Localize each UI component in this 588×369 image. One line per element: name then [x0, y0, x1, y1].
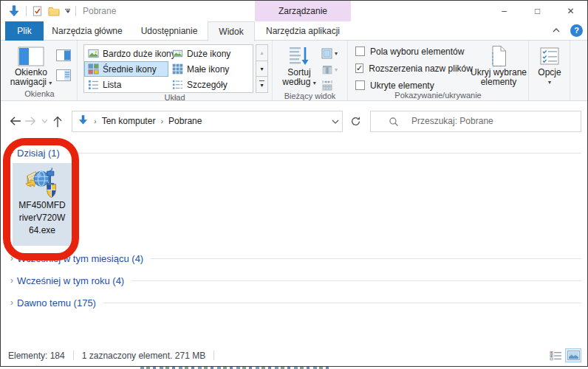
- group-label-options: [529, 89, 570, 100]
- window-controls: – □ ✕: [488, 1, 587, 21]
- forward-icon[interactable]: [23, 111, 39, 131]
- group-label-current-view: Bieżący widok: [273, 92, 347, 101]
- checkbox-checked[interactable]: ✓: [355, 63, 363, 73]
- sort-by-button[interactable]: Sortuj według ▾: [280, 44, 318, 88]
- details-pane-icon[interactable]: [55, 69, 72, 82]
- navigation-pane-button[interactable]: Okienko nawigacji ▾: [10, 44, 52, 88]
- size-all-columns-icon[interactable]: [321, 80, 338, 92]
- file-name-line: 64.exe: [13, 224, 72, 237]
- checkbox-item-hidden-items[interactable]: Ukryte elementy: [355, 80, 469, 91]
- group-header-earlier-this-year[interactable]: › Wcześniej w tym roku (4): [7, 275, 581, 286]
- layout-option-extra-large-icons[interactable]: Bardzo duże ikony: [84, 46, 168, 61]
- options-button[interactable]: Opcje ▾: [532, 44, 567, 87]
- gallery-scroll-up-icon[interactable]: ▴: [256, 44, 268, 61]
- customize-qat-caret-icon[interactable]: [65, 9, 70, 13]
- group-collapsed-chevron-icon[interactable]: ›: [7, 297, 17, 308]
- extra-large-icons-icon: [88, 48, 99, 59]
- details-view-icon: [172, 79, 183, 90]
- group-rule: [131, 280, 581, 281]
- group-header-earlier-this-month[interactable]: › Wcześniej w tym miesiącu (4): [7, 252, 581, 264]
- up-icon[interactable]: [49, 111, 66, 131]
- navigation-pane-icon: [18, 44, 44, 68]
- breadcrumb-downloads[interactable]: Pobrane: [168, 116, 202, 126]
- group-expanded-chevron-icon[interactable]: ›: [7, 148, 17, 158]
- address-toolbar: › Ten komputer › Pobrane: [1, 101, 587, 138]
- group-collapsed-chevron-icon[interactable]: ›: [7, 275, 17, 286]
- close-button[interactable]: ✕: [554, 1, 587, 21]
- items-count: Elementy: 184: [8, 351, 65, 361]
- gallery-scroll-down-icon[interactable]: ▾: [256, 61, 268, 77]
- tab-application-tools[interactable]: Narzędzia aplikacji: [255, 21, 351, 41]
- breadcrumb-this-pc[interactable]: Ten komputer: [102, 116, 156, 126]
- address-bar[interactable]: › Ten komputer › Pobrane: [72, 111, 343, 132]
- gallery-more-icon[interactable]: ▾: [256, 77, 268, 93]
- options-icon: [540, 44, 559, 68]
- layout-option-large-icons[interactable]: Duże ikony: [168, 46, 253, 61]
- tab-home[interactable]: Narzędzia główne: [44, 21, 131, 41]
- group-header-long-ago[interactable]: › Dawno temu (175): [7, 297, 581, 308]
- maximize-button[interactable]: □: [521, 1, 554, 21]
- sort-by-icon: [288, 44, 310, 68]
- group-collapsed-chevron-icon[interactable]: ›: [7, 253, 17, 263]
- search-input[interactable]: [411, 111, 574, 131]
- qat-separator: [26, 6, 27, 16]
- properties-icon[interactable]: [32, 5, 43, 17]
- group-rule: [103, 303, 581, 303]
- minimize-button[interactable]: –: [488, 1, 521, 21]
- collapse-ribbon-icon[interactable]: [549, 23, 564, 38]
- downloads-folder-icon: [78, 114, 89, 128]
- group-rule: [67, 153, 581, 154]
- back-icon[interactable]: [7, 111, 23, 131]
- quick-access-toolbar: Pobrane: [1, 4, 116, 18]
- layout-option-details[interactable]: Szczegóły: [168, 77, 253, 92]
- layout-option-small-icons[interactable]: Małe ikony: [168, 61, 253, 77]
- tab-view-active[interactable]: Widok: [208, 21, 255, 41]
- hide-selected-items-button[interactable]: Ukryj wybrane elementy: [469, 44, 528, 87]
- file-list-area: › Dzisiaj (1) MF450MFD r: [1, 138, 587, 345]
- ribbon-tab-row: Plik Narzędzia główne Udostępnianie Wido…: [1, 21, 587, 41]
- hide-selected-items-icon: [490, 44, 508, 68]
- breadcrumb-chevron-icon[interactable]: ›: [89, 117, 102, 125]
- ribbon-group-show-hide: Pola wyboru elementów ✓ Rozszerzenia naz…: [348, 41, 529, 100]
- refresh-icon[interactable]: [346, 111, 364, 131]
- address-dropdown-chevron-icon[interactable]: [332, 116, 339, 126]
- help-icon[interactable]: ?: [570, 24, 583, 37]
- group-by-icon[interactable]: ▾: [321, 47, 338, 59]
- ribbon-group-current-view: Sortuj według ▾ ▾ ▾ B: [273, 41, 348, 100]
- details-view-toggle-icon[interactable]: [547, 348, 564, 362]
- group-header-today[interactable]: › Dzisiaj (1): [7, 147, 581, 159]
- layout-option-medium-icons-selected[interactable]: Średnie ikony: [84, 61, 168, 77]
- file-name-line: MF450MFD: [13, 199, 72, 212]
- layout-option-list[interactable]: Lista: [84, 77, 168, 92]
- tab-share[interactable]: Udostępnianie: [131, 21, 208, 41]
- group-label-panes: Okienka: [2, 89, 77, 100]
- ribbon-group-panes: Okienko nawigacji ▾ Okienka: [2, 41, 78, 100]
- layout-gallery: Bardzo duże ikony Średnie ikony Lista Du…: [83, 44, 253, 93]
- status-separator: [213, 351, 214, 360]
- group-label-layout: Układ: [78, 93, 272, 103]
- group-label-show-hide: Pokazywanie/ukrywanie: [348, 91, 528, 100]
- preview-pane-icon[interactable]: [55, 49, 72, 62]
- window-title: Pobrane: [83, 6, 116, 16]
- selected-file-tile[interactable]: MF450MFD riverV720W 64.exe: [13, 163, 72, 246]
- list-view-icon: [88, 79, 99, 90]
- recent-locations-chevron-icon[interactable]: [39, 111, 49, 131]
- status-bar: Elementy: 184 1 zaznaczony element. 271 …: [1, 345, 587, 365]
- search-box[interactable]: [370, 111, 581, 132]
- group-rule: [151, 258, 581, 259]
- ribbon-group-options: Opcje ▾: [529, 41, 570, 100]
- tab-file[interactable]: Plik: [5, 21, 44, 41]
- downloads-folder-icon: [7, 4, 21, 18]
- small-icons-icon: [172, 63, 183, 75]
- checkbox-unchecked[interactable]: [355, 46, 365, 56]
- ribbon: Okienko nawigacji ▾ Okienka: [1, 41, 587, 101]
- new-folder-icon[interactable]: [48, 6, 60, 16]
- checkbox-item-file-extensions[interactable]: ✓ Rozszerzenia nazw plików: [355, 63, 469, 74]
- thumbnail-view-toggle-icon[interactable]: [565, 348, 581, 362]
- add-columns-icon[interactable]: ▾: [321, 63, 338, 75]
- checkbox-unchecked[interactable]: [355, 80, 365, 90]
- file-name-line: riverV720W: [13, 212, 72, 224]
- selection-summary: 1 zaznaczony element. 271 MB: [82, 351, 205, 361]
- breadcrumb-chevron-icon[interactable]: ›: [155, 117, 168, 125]
- checkbox-item-check-boxes[interactable]: Pola wyboru elementów: [355, 46, 469, 57]
